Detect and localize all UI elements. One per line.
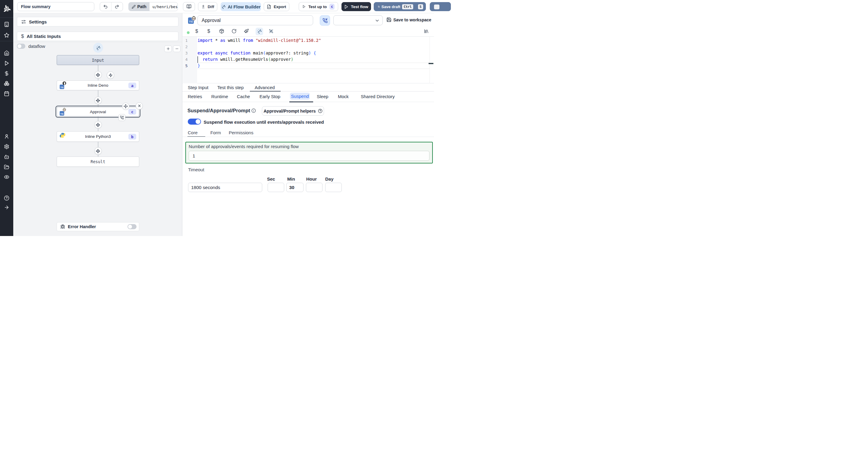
- sidebar-item-collapse-arrow[interactable]: [0, 205, 13, 210]
- save-to-workspace-button[interactable]: Save to workspace: [386, 17, 431, 22]
- sidebar-item-help[interactable]: [0, 195, 13, 201]
- add-step-button[interactable]: [94, 71, 102, 78]
- subtab-shared-directory[interactable]: Shared Directory: [361, 94, 395, 99]
- sidebar-item-star[interactable]: [0, 33, 13, 38]
- timeout-input[interactable]: 1800 seconds: [188, 183, 262, 192]
- code-area[interactable]: import * as wmill from "windmill-client@…: [198, 37, 434, 69]
- redo-button[interactable]: [112, 2, 123, 11]
- dataflow-toggle[interactable]: [17, 44, 25, 49]
- user-icon: [4, 134, 9, 139]
- day-input[interactable]: [325, 183, 342, 192]
- step-detail-panel: TS Approval Save to workspace $ $: [182, 13, 434, 236]
- approvals-required-input[interactable]: 1: [189, 151, 430, 161]
- approval-phone-indicator[interactable]: [119, 114, 125, 121]
- tab-test-this-step[interactable]: Test this step: [217, 85, 244, 90]
- subtab-runtime[interactable]: Runtime: [211, 94, 228, 99]
- library-icon[interactable]: [424, 29, 429, 34]
- format-brush-icon[interactable]: [244, 29, 249, 34]
- sidebar-item-building[interactable]: [0, 22, 13, 27]
- deploy-button-partial[interactable]: [430, 2, 434, 11]
- tab-advanced[interactable]: Advanced: [255, 85, 275, 90]
- subtab-early-stop[interactable]: Early Stop: [259, 94, 280, 99]
- test-flow-button[interactable]: Test flow: [341, 2, 371, 11]
- zoom-in-button[interactable]: [164, 45, 172, 52]
- undo-button[interactable]: [100, 2, 112, 11]
- resources-dollar-icon[interactable]: $: [207, 28, 210, 34]
- windmill-logo[interactable]: [0, 0, 13, 18]
- subtab-mock[interactable]: Mock: [338, 94, 349, 99]
- add-step-button[interactable]: [94, 121, 102, 129]
- sidebar-item-workers[interactable]: [0, 154, 13, 160]
- subtab-retries[interactable]: Retries: [188, 94, 202, 99]
- package-icon[interactable]: [219, 29, 224, 34]
- tab-form[interactable]: Form: [210, 130, 221, 135]
- add-step-button[interactable]: [94, 147, 102, 155]
- suspend-toggle-on[interactable]: [188, 119, 201, 125]
- delete-step-button[interactable]: [135, 102, 143, 109]
- phone-incoming-button[interactable]: [320, 15, 330, 26]
- ai-wand-button[interactable]: [93, 43, 103, 53]
- sidebar-item-audit-eye[interactable]: [0, 174, 13, 180]
- move-step-button[interactable]: [122, 103, 129, 110]
- zoom-out-button[interactable]: [173, 45, 181, 52]
- sidebar-item-variables[interactable]: [0, 71, 13, 76]
- flow-node-inline-deno[interactable]: TS Inline Deno a: [57, 80, 139, 90]
- error-handler-bar[interactable]: Error Handler: [57, 222, 139, 231]
- subtab-sleep[interactable]: Sleep: [317, 94, 328, 99]
- info-icon[interactable]: [251, 108, 256, 113]
- bug-icon: [60, 224, 65, 229]
- step-version-select[interactable]: [333, 15, 383, 25]
- sec-input[interactable]: [268, 183, 284, 192]
- phone-incoming-icon: [322, 18, 328, 23]
- workers-icon: [4, 154, 9, 160]
- flow-summary-input[interactable]: Flow summary: [17, 2, 95, 11]
- dataflow-label: dataflow: [28, 44, 45, 49]
- docs-button[interactable]: [183, 2, 195, 11]
- help-icon: [4, 195, 9, 201]
- diff-button[interactable]: Diff: [198, 2, 218, 11]
- tab-step-input[interactable]: Step Input: [188, 85, 208, 90]
- sparkles-off-icon[interactable]: [269, 29, 274, 34]
- sidebar-item-schedules[interactable]: [0, 91, 13, 96]
- export-button[interactable]: Export: [264, 2, 290, 11]
- plus-cross-icon: [96, 149, 100, 154]
- sidebar-item-settings-gear[interactable]: [0, 144, 13, 149]
- step-name-input[interactable]: Approval: [197, 15, 313, 25]
- flow-node-input[interactable]: Input: [57, 55, 139, 65]
- step-id-badge: c: [128, 109, 136, 115]
- undo-redo-group: [100, 2, 123, 11]
- flow-node-inline-python[interactable]: Inline Python3 b: [57, 131, 139, 142]
- test-up-to-step-badge[interactable]: c: [330, 4, 335, 10]
- chevron-down-icon: [375, 18, 380, 23]
- test-up-to-button[interactable]: Test up to c: [299, 2, 338, 11]
- reload-icon[interactable]: [231, 29, 237, 34]
- approval-prompt-helpers-button[interactable]: Approval/Prompt helpers: [262, 106, 324, 115]
- flow-node-result[interactable]: Result: [57, 157, 139, 167]
- add-trigger-button[interactable]: [107, 71, 114, 79]
- resources-icon: [4, 81, 9, 86]
- variables-icon[interactable]: $: [195, 28, 198, 34]
- tab-permissions[interactable]: Permissions: [229, 130, 253, 135]
- sidebar-item-home[interactable]: [0, 50, 13, 56]
- hour-input[interactable]: [306, 183, 322, 192]
- wand-sparkles-icon[interactable]: [257, 29, 262, 34]
- tab-core-active[interactable]: Core: [188, 130, 198, 135]
- flow-settings-button[interactable]: Settings: [17, 17, 179, 27]
- path-button[interactable]: Path: [129, 2, 150, 11]
- sidebar-item-user[interactable]: [0, 134, 13, 139]
- chevron-down-icon: [375, 18, 380, 23]
- sidebar-item-folders[interactable]: [0, 164, 13, 170]
- subtab-cache[interactable]: Cache: [237, 94, 250, 99]
- subtab-suspend-active[interactable]: Suspend: [290, 93, 310, 100]
- error-handler-toggle[interactable]: [127, 224, 136, 229]
- path-value[interactable]: u/henri/bes: [150, 2, 178, 11]
- add-step-button[interactable]: [94, 97, 102, 104]
- sidebar-item-resources[interactable]: [0, 81, 13, 86]
- ai-flow-builder-button[interactable]: AI Flow Builder: [221, 2, 261, 11]
- all-static-inputs-button[interactable]: $ All Static Inputs: [17, 32, 179, 41]
- sidebar-item-runs[interactable]: [0, 61, 13, 66]
- code-editor[interactable]: 12345 import * as wmill from "windmill-c…: [182, 36, 434, 83]
- min-input[interactable]: 30: [286, 183, 304, 192]
- path-group[interactable]: Path u/henri/bes: [128, 2, 178, 11]
- save-draft-button[interactable]: Save draft Ctrl S: [374, 2, 426, 11]
